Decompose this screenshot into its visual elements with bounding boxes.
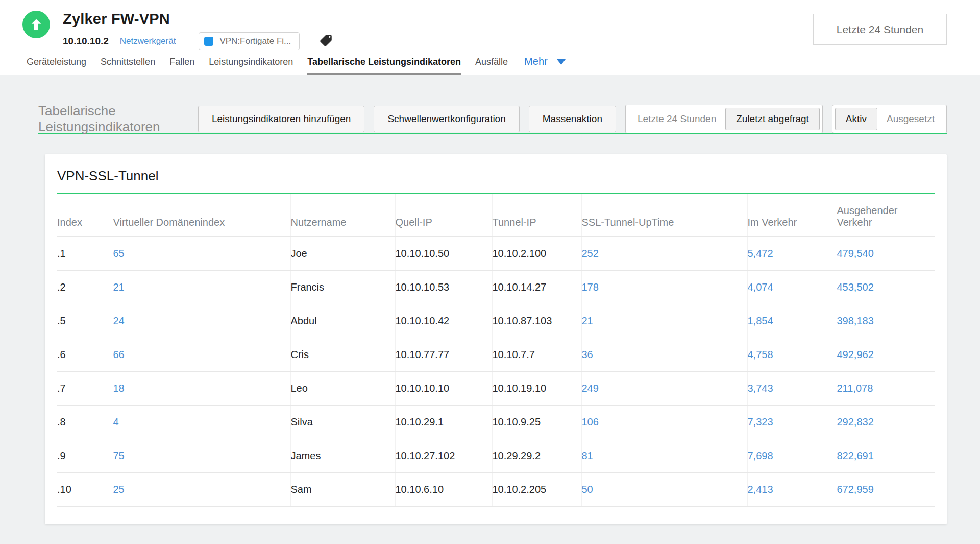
tab-bar: Geräteleistung Schnittstellen Fallen Lei… [27, 56, 580, 75]
cell-out-traffic[interactable]: 492,962 [837, 338, 935, 372]
cell-index: .9 [57, 439, 113, 473]
bulk-action-button[interactable]: Massenaktion [529, 106, 616, 132]
cell-in-traffic[interactable]: 1,854 [747, 304, 837, 338]
device-type-link[interactable]: Netzwerkgerät [120, 36, 176, 46]
cell-vdom-index[interactable]: 24 [113, 304, 290, 338]
cell-in-traffic[interactable]: 7,698 [747, 439, 837, 473]
cell-vdom-index[interactable]: 21 [113, 271, 290, 304]
cell-index: .8 [57, 406, 113, 439]
tag-icon[interactable] [319, 34, 333, 50]
cell-out-traffic[interactable]: 479,540 [837, 237, 935, 271]
tab-mehr[interactable]: Mehr [524, 56, 566, 75]
cell-in-traffic[interactable]: 7,323 [747, 406, 837, 439]
section-title: Tabellarische Leistungsindikatoren [38, 103, 198, 135]
tab-tabellarische-leistungsindikatoren[interactable]: Tabellarische Leistungsindikatoren [307, 57, 461, 75]
cell-vdom-index[interactable]: 25 [113, 473, 290, 507]
cell-in-traffic[interactable]: 3,743 [747, 372, 837, 406]
cell-uptime[interactable]: 36 [581, 338, 747, 372]
cell-source-ip: 10.10.10.42 [395, 304, 492, 338]
table-row: .6 66 Cris 10.10.77.77 10.10.7.7 36 4,75… [57, 338, 935, 372]
cell-uptime[interactable]: 178 [581, 271, 747, 304]
cell-username: Silva [290, 406, 395, 439]
table-row: .7 18 Leo 10.10.10.10 10.10.19.10 249 3,… [57, 372, 935, 406]
section-toolbar: Tabellarische Leistungsindikatoren Leist… [38, 106, 947, 132]
tab-schnittstellen[interactable]: Schnittstellen [101, 57, 155, 75]
cell-out-traffic[interactable]: 672,959 [837, 473, 935, 507]
cell-username: Cris [290, 338, 395, 372]
cell-uptime[interactable]: 50 [581, 473, 747, 507]
tab-mehr-label: Mehr [524, 56, 548, 67]
tab-fallen[interactable]: Fallen [169, 57, 194, 75]
tag-chip[interactable]: VPN:Fortigate Fi... [199, 32, 300, 50]
cell-tunnel-ip: 10.10.87.103 [492, 304, 581, 338]
cell-out-traffic[interactable]: 822,691 [837, 439, 935, 473]
cell-source-ip: 10.10.10.53 [395, 271, 492, 304]
tag-chip-label: VPN:Fortigate Fi... [219, 36, 291, 46]
cell-out-traffic[interactable]: 398,183 [837, 304, 935, 338]
cell-in-traffic[interactable]: 2,413 [747, 473, 837, 507]
col-header-username: Nutzername [290, 194, 395, 237]
cell-tunnel-ip: 10.10.2.205 [492, 473, 581, 507]
cell-index: .5 [57, 304, 113, 338]
cell-uptime[interactable]: 21 [581, 304, 747, 338]
cell-username: Leo [290, 372, 395, 406]
add-monitors-button[interactable]: Leistungsindikatoren hinzufügen [198, 106, 365, 132]
cell-vdom-index[interactable]: 65 [113, 237, 290, 271]
vpn-ssl-tunnel-table: Index Virtueller Domänenindex Nutzername… [57, 194, 935, 507]
toggle-option-zuletzt-abgefragt[interactable]: Zuletzt abgefragt [725, 108, 820, 130]
cell-tunnel-ip: 10.10.7.7 [492, 338, 581, 372]
cell-in-traffic[interactable]: 5,472 [747, 237, 837, 271]
cell-uptime[interactable]: 106 [581, 406, 747, 439]
toggle-option-aktiv[interactable]: Aktiv [835, 108, 877, 130]
cell-out-traffic[interactable]: 453,502 [837, 271, 935, 304]
cell-tunnel-ip: 10.10.2.100 [492, 237, 581, 271]
cell-out-traffic[interactable]: 292,832 [837, 406, 935, 439]
cell-source-ip: 10.10.10.50 [395, 237, 492, 271]
table-row: .10 25 Sam 10.10.6.10 10.10.2.205 50 2,4… [57, 473, 935, 507]
state-filter-toggle: Aktiv Ausgesetzt [832, 105, 947, 133]
page-header: Zylker FW-VPN 10.10.10.2 Netzwerkgerät V… [0, 0, 980, 75]
threshold-config-button[interactable]: Schwellenwertkonfiguration [374, 106, 519, 132]
cell-vdom-index[interactable]: 66 [113, 338, 290, 372]
cell-index: .7 [57, 372, 113, 406]
cell-username: Francis [290, 271, 395, 304]
cell-index: .2 [57, 271, 113, 304]
cell-tunnel-ip: 10.10.14.27 [492, 271, 581, 304]
cell-in-traffic[interactable]: 4,758 [747, 338, 837, 372]
status-up-icon [22, 11, 50, 38]
toggle-option-ausgesetzt[interactable]: Ausgesetzt [877, 113, 944, 125]
cell-vdom-index[interactable]: 18 [113, 372, 290, 406]
col-header-source-ip: Quell-IP [395, 194, 492, 237]
toggle-option-letzte-24-stunden[interactable]: Letzte 24 Stunden [628, 113, 725, 125]
cell-tunnel-ip: 10.10.9.25 [492, 406, 581, 439]
tab-leistungsindikatoren[interactable]: Leistungsindikatoren [209, 57, 293, 75]
cell-uptime[interactable]: 249 [581, 372, 747, 406]
cell-uptime[interactable]: 81 [581, 439, 747, 473]
cell-tunnel-ip: 10.10.19.10 [492, 372, 581, 406]
cell-uptime[interactable]: 252 [581, 237, 747, 271]
table-header-row: Index Virtueller Domänenindex Nutzername… [57, 194, 935, 237]
cell-username: James [290, 439, 395, 473]
tab-ausfaelle[interactable]: Ausfälle [475, 57, 508, 75]
col-header-uptime: SSL-Tunnel-UpTime [581, 194, 747, 237]
table-row: .2 21 Francis 10.10.10.53 10.10.14.27 17… [57, 271, 935, 304]
cell-username: Sam [290, 473, 395, 507]
tab-geraeteleistung[interactable]: Geräteleistung [27, 57, 86, 75]
time-filter-toggle: Letzte 24 Stunden Zuletzt abgefragt [625, 105, 823, 133]
col-header-tunnel-ip: Tunnel-IP [492, 194, 581, 237]
cell-in-traffic[interactable]: 4,074 [747, 271, 837, 304]
cell-username: Joe [290, 237, 395, 271]
chevron-down-icon [557, 59, 566, 65]
cell-out-traffic[interactable]: 211,078 [837, 372, 935, 406]
time-range-selector[interactable]: Letzte 24 Stunden [813, 14, 947, 45]
col-header-out-traffic: Ausgehender Verkehr [837, 194, 935, 237]
table-row: .9 75 James 10.10.27.102 10.29.29.2 81 7… [57, 439, 935, 473]
col-header-in-traffic: Im Verkehr [747, 194, 837, 237]
table-row: .5 24 Abdul 10.10.10.42 10.10.87.103 21 … [57, 304, 935, 338]
cell-username: Abdul [290, 304, 395, 338]
cell-source-ip: 10.10.10.10 [395, 372, 492, 406]
page-title: Zylker FW-VPN [63, 11, 333, 28]
cell-vdom-index[interactable]: 4 [113, 406, 290, 439]
cell-vdom-index[interactable]: 75 [113, 439, 290, 473]
tag-color-swatch-icon [204, 37, 213, 46]
